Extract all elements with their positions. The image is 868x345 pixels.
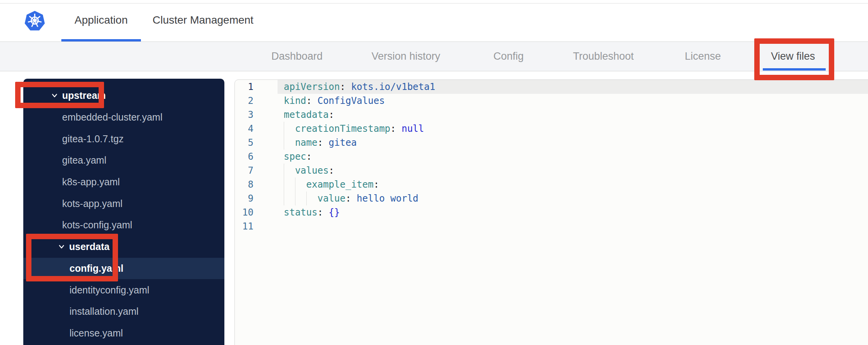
indent-guide	[284, 122, 284, 136]
tree-item-config.yaml[interactable]: config.yaml	[23, 258, 224, 279]
line-content	[278, 219, 868, 233]
token-punct: :	[329, 165, 334, 176]
kubernetes-logo-icon	[24, 10, 45, 32]
tab-application[interactable]: Application	[61, 0, 141, 41]
line-number: 5	[235, 136, 278, 150]
line-number: 6	[235, 150, 278, 164]
file-label-k8s-app.yaml: k8s-app.yaml	[62, 176, 120, 188]
code-line-1: 1apiVersion: kots.io/v1beta1	[235, 80, 868, 94]
folder-label-upstream: upstream	[62, 90, 106, 101]
nav-item-dashboard[interactable]: Dashboard	[271, 41, 323, 71]
folder-label-userdata: userdata	[69, 241, 109, 252]
token-punct: :	[318, 137, 323, 148]
file-label-embedded-cluster.yaml: embedded-cluster.yaml	[62, 112, 162, 123]
app-header: Application Cluster Management	[0, 0, 868, 42]
file-label-identityconfig.yaml: identityconfig.yaml	[69, 285, 149, 296]
indent-guide	[306, 191, 307, 205]
tree-item-gitea-1.0.7.tgz[interactable]: gitea-1.0.7.tgz	[23, 128, 224, 150]
token-punct: :	[306, 95, 312, 106]
code-line-4: 4creationTimestamp: null	[235, 122, 868, 136]
app-nav-bar: DashboardVersion historyConfigTroublesho…	[0, 41, 868, 71]
token-key: values	[295, 165, 329, 176]
nav-item-license[interactable]: License	[685, 41, 721, 71]
line-content: values:	[278, 164, 868, 178]
line-content: name: gitea	[278, 136, 868, 150]
code-line-5: 5name: gitea	[235, 136, 868, 150]
code-line-8: 8example_item:	[235, 178, 868, 191]
file-label-kots-app.yaml: kots-app.yaml	[62, 198, 123, 209]
token-keyword: {}	[323, 207, 340, 218]
token-key: example_item	[306, 179, 373, 190]
token-value: ConfigValues	[312, 95, 385, 106]
token-key: status	[284, 207, 318, 218]
file-label-license.yaml: license.yaml	[69, 328, 123, 339]
line-content: status: {}	[278, 205, 868, 219]
token-key: name	[295, 137, 318, 148]
code-line-11: 11	[235, 219, 868, 233]
token-key: value	[318, 193, 345, 204]
token-key: metadata	[284, 109, 329, 120]
indent-guide	[284, 164, 284, 178]
token-punct: :	[306, 151, 312, 162]
token-keyword: null	[396, 123, 424, 134]
line-content: apiVersion: kots.io/v1beta1	[278, 80, 868, 94]
line-content: example_item:	[278, 178, 868, 191]
tree-item-upstream[interactable]: upstream	[23, 85, 224, 107]
tree-item-embedded-cluster.yaml[interactable]: embedded-cluster.yaml	[23, 107, 224, 128]
file-label-config.yaml: config.yaml	[69, 263, 123, 274]
code-line-3: 3metadata:	[235, 108, 868, 122]
token-punct: :	[340, 81, 345, 92]
token-value: kots.io/v1beta1	[345, 81, 435, 92]
nav-item-config[interactable]: Config	[493, 41, 524, 71]
line-number: 11	[235, 219, 278, 233]
token-punct: :	[329, 109, 334, 120]
file-label-gitea.yaml: gitea.yaml	[62, 155, 106, 166]
tree-item-kots-config.yaml[interactable]: kots-config.yaml	[23, 214, 224, 236]
indent-guide	[295, 191, 295, 205]
line-content: kind: ConfigValues	[278, 94, 868, 108]
tree-item-gitea.yaml[interactable]: gitea.yaml	[23, 150, 224, 171]
file-label-kots-config.yaml: kots-config.yaml	[62, 219, 132, 231]
token-key: apiVersion	[284, 81, 340, 92]
tab-cluster-management[interactable]: Cluster Management	[153, 0, 253, 41]
tree-item-installation.yaml[interactable]: installation.yaml	[23, 301, 224, 323]
token-value: hello world	[351, 193, 418, 204]
line-number: 4	[235, 122, 278, 136]
line-content: spec:	[278, 150, 868, 164]
nav-item-version-history[interactable]: Version history	[372, 41, 440, 71]
indent-guide	[284, 191, 284, 205]
token-value: gitea	[323, 137, 357, 148]
token-punct: :	[391, 123, 396, 134]
tree-item-userdata[interactable]: userdata	[23, 236, 224, 258]
code-line-7: 7values:	[235, 164, 868, 178]
chevron-down-icon[interactable]	[58, 243, 65, 250]
line-number: 2	[235, 94, 278, 108]
nav-item-view-files[interactable]: View files	[771, 41, 815, 71]
line-number: 3	[235, 108, 278, 122]
indent-guide	[295, 178, 295, 191]
file-tree-sidebar[interactable]: upstreamembedded-cluster.yamlgitea-1.0.7…	[23, 79, 224, 345]
token-punct: :	[318, 207, 323, 218]
tree-item-k8s-app.yaml[interactable]: k8s-app.yaml	[23, 171, 224, 193]
yaml-file-viewer[interactable]: 1apiVersion: kots.io/v1beta12kind: Confi…	[234, 79, 868, 345]
code-line-9: 9value: hello world	[235, 191, 868, 205]
line-content: value: hello world	[278, 191, 868, 205]
line-number: 8	[235, 178, 278, 191]
tree-item-license.yaml[interactable]: license.yaml	[23, 323, 224, 344]
file-label-gitea-1.0.7.tgz: gitea-1.0.7.tgz	[62, 133, 123, 145]
code-line-10: 10status: {}	[235, 205, 868, 219]
code-line-2: 2kind: ConfigValues	[235, 94, 868, 108]
chevron-down-icon[interactable]	[51, 92, 58, 99]
tree-item-kots-app.yaml[interactable]: kots-app.yaml	[23, 193, 224, 214]
line-number: 9	[235, 191, 278, 205]
line-number: 1	[235, 80, 278, 94]
line-number: 10	[235, 205, 278, 219]
line-content: creationTimestamp: null	[278, 122, 868, 136]
tree-item-identityconfig.yaml[interactable]: identityconfig.yaml	[23, 279, 224, 301]
nav-item-troubleshoot[interactable]: Troubleshoot	[573, 41, 634, 71]
token-key: spec	[284, 151, 306, 162]
indent-guide	[284, 136, 284, 150]
indent-guide	[284, 178, 284, 191]
token-punct: :	[373, 179, 379, 190]
token-key: creationTimestamp	[295, 123, 391, 134]
